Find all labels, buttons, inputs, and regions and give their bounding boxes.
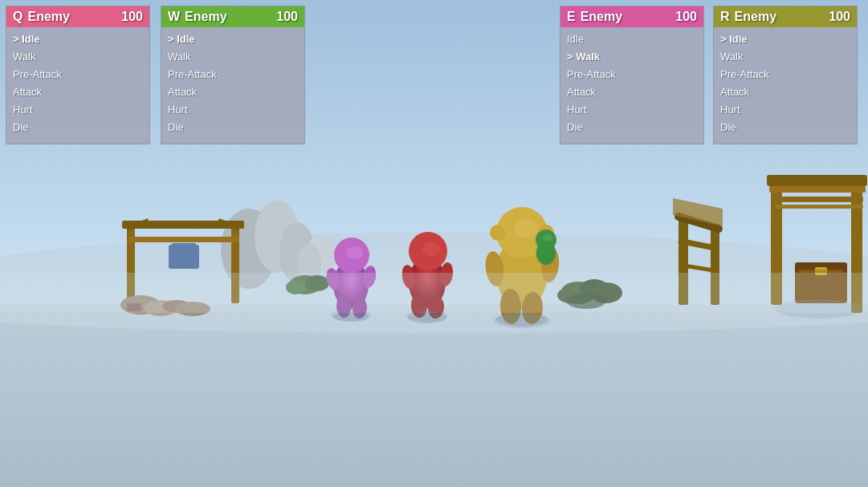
svg-rect-60 bbox=[679, 217, 688, 305]
svg-point-37 bbox=[438, 262, 454, 287]
state-q-attack: Attack bbox=[13, 83, 143, 101]
svg-point-51 bbox=[536, 240, 556, 266]
svg-point-40 bbox=[408, 312, 446, 323]
svg-point-4 bbox=[221, 209, 277, 289]
svg-point-39 bbox=[427, 295, 445, 319]
svg-point-29 bbox=[361, 265, 378, 289]
svg-point-34 bbox=[409, 232, 447, 270]
svg-rect-75 bbox=[799, 270, 843, 273]
svg-point-35 bbox=[422, 241, 440, 256]
panel-r-key: R bbox=[720, 10, 730, 24]
svg-point-33 bbox=[409, 257, 446, 308]
svg-rect-13 bbox=[231, 223, 239, 303]
state-e-hurt: Hurt bbox=[567, 101, 697, 119]
state-r-hurt: Hurt bbox=[720, 101, 850, 119]
svg-point-20 bbox=[120, 295, 161, 315]
svg-line-16 bbox=[218, 221, 239, 229]
svg-rect-72 bbox=[795, 265, 847, 303]
svg-point-31 bbox=[352, 297, 368, 319]
panel-r-hp: 100 bbox=[829, 10, 850, 24]
svg-point-47 bbox=[540, 246, 560, 283]
svg-point-26 bbox=[334, 237, 369, 273]
state-r-preattack: Pre-Attack bbox=[720, 66, 850, 83]
svg-point-38 bbox=[410, 293, 428, 318]
svg-point-41 bbox=[496, 237, 548, 309]
svg-line-63 bbox=[679, 241, 719, 249]
state-w-hurt: Hurt bbox=[168, 101, 298, 119]
svg-marker-65 bbox=[673, 198, 723, 226]
state-q-walk: Walk bbox=[13, 48, 143, 66]
state-e-attack: Attack bbox=[567, 83, 697, 101]
panel-w-hp: 100 bbox=[276, 10, 298, 24]
state-w-idle: > Idle bbox=[168, 30, 298, 48]
svg-point-79 bbox=[406, 310, 448, 322]
svg-point-57 bbox=[557, 287, 583, 303]
panel-q-name: Enemy bbox=[27, 10, 121, 24]
svg-point-54 bbox=[536, 241, 556, 265]
svg-point-76 bbox=[775, 299, 863, 319]
svg-point-1 bbox=[0, 233, 868, 361]
svg-rect-12 bbox=[127, 223, 135, 303]
game-scene: Q Enemy 100 > Idle Walk Pre-Attack Attac… bbox=[0, 0, 868, 487]
svg-point-21 bbox=[145, 300, 177, 316]
svg-rect-18 bbox=[169, 245, 199, 269]
svg-point-43 bbox=[514, 219, 538, 238]
hud-header-q: Q Enemy 100 bbox=[6, 6, 149, 27]
svg-line-64 bbox=[679, 265, 719, 271]
panel-w-states: > Idle Walk Pre-Attack Attack Hurt Die bbox=[161, 27, 304, 144]
state-q-preattack: Pre-Attack bbox=[13, 66, 143, 83]
svg-point-58 bbox=[590, 282, 622, 303]
svg-rect-19 bbox=[172, 243, 196, 248]
state-e-walk: > Walk bbox=[567, 48, 697, 66]
panel-w-name: Enemy bbox=[185, 10, 276, 24]
state-e-die: Die bbox=[567, 119, 697, 136]
svg-rect-24 bbox=[127, 303, 141, 311]
hud-header-e: E Enemy 100 bbox=[560, 6, 703, 27]
svg-rect-2 bbox=[0, 305, 868, 487]
svg-point-22 bbox=[162, 300, 191, 313]
state-r-walk: Walk bbox=[720, 48, 850, 66]
svg-point-5 bbox=[255, 201, 300, 273]
svg-point-49 bbox=[521, 291, 544, 325]
svg-point-55 bbox=[560, 282, 596, 304]
svg-point-28 bbox=[324, 266, 343, 291]
svg-point-9 bbox=[289, 275, 321, 294]
hud-panel-e: E Enemy 100 Idle > Walk Pre-Attack Attac… bbox=[560, 6, 704, 144]
svg-point-78 bbox=[331, 310, 371, 321]
svg-rect-17 bbox=[128, 237, 239, 242]
state-w-walk: Walk bbox=[168, 48, 298, 66]
svg-point-30 bbox=[336, 294, 352, 318]
svg-point-36 bbox=[401, 264, 418, 290]
hud-header-w: W Enemy 100 bbox=[161, 6, 304, 27]
svg-point-7 bbox=[307, 233, 336, 281]
svg-rect-74 bbox=[815, 267, 827, 275]
svg-point-45 bbox=[538, 225, 554, 241]
svg-point-6 bbox=[279, 222, 315, 283]
state-w-die: Die bbox=[168, 119, 298, 136]
state-r-die: Die bbox=[720, 119, 850, 136]
state-q-idle: > Idle bbox=[13, 30, 143, 48]
panel-e-states: Idle > Walk Pre-Attack Attack Hurt Die bbox=[560, 27, 703, 144]
svg-rect-70 bbox=[771, 197, 863, 202]
hud-header-r: R Enemy 100 bbox=[714, 6, 857, 27]
svg-point-11 bbox=[286, 280, 305, 294]
panel-e-key: E bbox=[567, 10, 576, 24]
state-q-die: Die bbox=[13, 119, 143, 136]
state-e-idle: Idle bbox=[567, 30, 697, 48]
svg-rect-61 bbox=[711, 225, 719, 305]
svg-rect-69 bbox=[769, 186, 866, 193]
state-w-attack: Attack bbox=[168, 83, 298, 101]
hud-panel-q: Q Enemy 100 > Idle Walk Pre-Attack Attac… bbox=[6, 6, 150, 144]
svg-point-3 bbox=[0, 285, 868, 333]
state-q-hurt: Hurt bbox=[13, 101, 143, 119]
hud-panel-w: W Enemy 100 > Idle Walk Pre-Attack Attac… bbox=[161, 6, 305, 144]
svg-rect-66 bbox=[771, 177, 782, 305]
state-r-idle: > Idle bbox=[720, 30, 850, 48]
svg-rect-77 bbox=[0, 273, 868, 313]
svg-point-50 bbox=[496, 312, 548, 327]
panel-q-states: > Idle Walk Pre-Attack Attack Hurt Die bbox=[6, 27, 149, 144]
hud-panel-r: R Enemy 100 > Idle Walk Pre-Attack Attac… bbox=[713, 6, 858, 144]
svg-point-8 bbox=[297, 243, 321, 283]
svg-point-42 bbox=[496, 207, 548, 258]
svg-point-53 bbox=[543, 234, 552, 242]
